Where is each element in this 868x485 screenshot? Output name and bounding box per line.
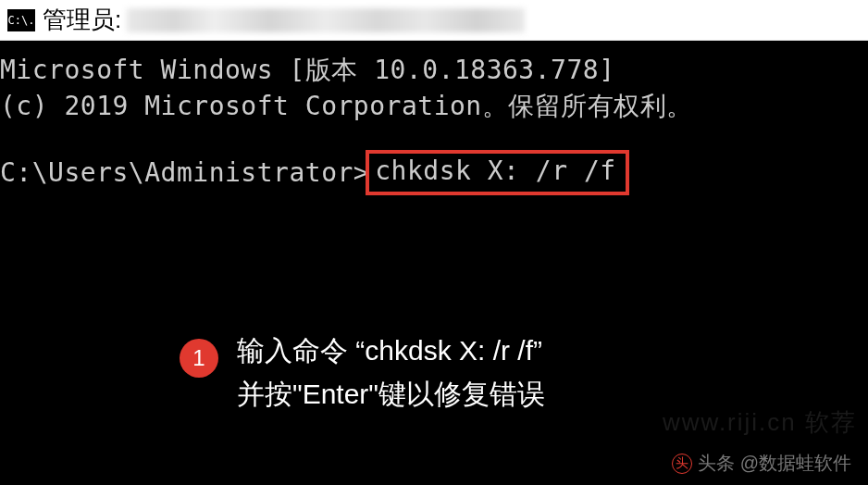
- terminal-prompt-line: C:\Users\Administrator> chkdsk X: /r /f: [0, 150, 868, 195]
- terminal-prompt: C:\Users\Administrator>: [0, 157, 369, 188]
- command-highlight: chkdsk X: /r /f: [366, 150, 628, 195]
- attribution-label: 头条: [698, 451, 735, 476]
- attribution: 头 头条 @数据蛙软件: [672, 451, 851, 476]
- cmd-icon: C:\.: [7, 9, 35, 31]
- window-title: 管理员:: [43, 4, 525, 36]
- window-title-blurred: [127, 8, 525, 32]
- instruction-callout: 1 输入命令 “chkdsk X: /r /f” 并按"Enter"键以修复错误: [180, 318, 562, 427]
- window-titlebar: C:\. 管理员:: [0, 0, 868, 41]
- terminal-line-copyright: (c) 2019 Microsoft Corporation。保留所有权利。: [0, 88, 868, 124]
- instruction-text: 输入命令 “chkdsk X: /r /f” 并按"Enter"键以修复错误: [237, 330, 545, 416]
- terminal-line-version: Microsoft Windows [版本 10.0.18363.778]: [0, 52, 868, 88]
- attribution-icon: 头: [672, 454, 692, 474]
- terminal-command[interactable]: chkdsk X: /r /f: [375, 155, 615, 186]
- step-number-badge: 1: [180, 339, 218, 378]
- watermark-text: www.riji.cn 软荐: [663, 406, 857, 439]
- attribution-handle: @数据蛙软件: [740, 451, 851, 476]
- window-title-prefix: 管理员:: [43, 4, 121, 36]
- terminal-body[interactable]: Microsoft Windows [版本 10.0.18363.778] (c…: [0, 41, 868, 485]
